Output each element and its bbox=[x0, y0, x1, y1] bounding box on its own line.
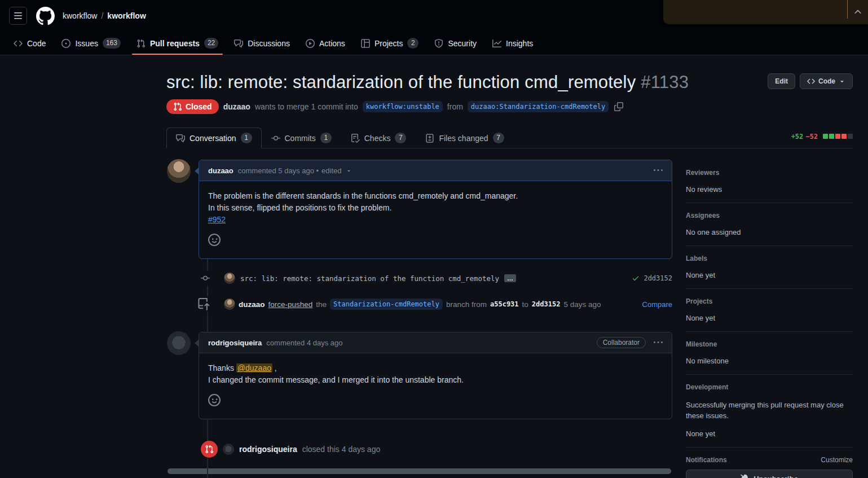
new-commit-sha-link[interactable]: 2dd3152 bbox=[532, 300, 561, 308]
kebab-menu-button[interactable] bbox=[654, 338, 663, 347]
comment-text-line: Thanks @duzaao , bbox=[208, 362, 663, 374]
nav-tab-label: Actions bbox=[319, 39, 345, 48]
nav-tab-projects[interactable]: Projects 2 bbox=[355, 32, 425, 55]
nav-tab-pull-requests[interactable]: Pull requests 22 bbox=[131, 32, 224, 55]
tab-conversation[interactable]: Conversation 1 bbox=[166, 128, 262, 148]
nav-tab-label: Security bbox=[448, 39, 477, 48]
section-title: Reviewers bbox=[686, 169, 853, 177]
repo-nav: Code Issues 163 Pull requests 22 Discuss… bbox=[0, 32, 868, 55]
issues-count-badge: 163 bbox=[103, 38, 121, 49]
section-title: Assignees bbox=[686, 212, 853, 220]
edited-label[interactable]: edited bbox=[321, 166, 341, 175]
check-icon[interactable] bbox=[632, 274, 640, 282]
merge-sentence: wants to merge 1 commit into bbox=[255, 102, 358, 111]
force-pushed-link[interactable]: force-pushed bbox=[268, 300, 313, 309]
breadcrumb-owner-link[interactable]: kworkflow bbox=[63, 11, 97, 20]
sidebar-section-milestone[interactable]: Milestone No milestone bbox=[686, 332, 853, 375]
diffstat-block-neutral bbox=[848, 134, 853, 139]
hamburger-menu-button[interactable] bbox=[9, 7, 27, 25]
commit-sha-link[interactable]: 2dd3152 bbox=[644, 274, 672, 282]
branch-label[interactable]: Standarization-cmdRemotely bbox=[330, 299, 443, 310]
avatar[interactable] bbox=[167, 331, 191, 355]
nav-tab-actions[interactable]: Actions bbox=[300, 32, 351, 55]
add-reaction-button[interactable] bbox=[208, 394, 221, 406]
section-value: No reviews bbox=[686, 185, 853, 194]
user-mention-link[interactable]: @duzaao bbox=[236, 363, 272, 372]
nav-tab-code[interactable]: Code bbox=[8, 32, 51, 55]
find-in-page-bar[interactable] bbox=[663, 0, 868, 24]
git-commit-icon bbox=[200, 271, 211, 286]
triangle-down-icon[interactable] bbox=[346, 168, 352, 174]
nav-tab-discussions[interactable]: Discussions bbox=[228, 32, 296, 55]
kebab-menu-button[interactable] bbox=[654, 166, 663, 175]
three-bars-icon bbox=[14, 11, 23, 20]
tab-files-changed[interactable]: Files changed 7 bbox=[416, 128, 513, 148]
push-author-link[interactable]: duzaao bbox=[239, 300, 265, 309]
customize-link[interactable]: Customize bbox=[821, 456, 853, 464]
section-title: Projects bbox=[686, 297, 853, 305]
nav-tab-label: Issues bbox=[75, 39, 98, 48]
section-value: None yet bbox=[686, 429, 853, 438]
comment-text-line: In this sense, flipped the positions to … bbox=[208, 202, 663, 214]
add-reaction-button[interactable] bbox=[208, 234, 221, 246]
nav-tab-label: Discussions bbox=[248, 39, 290, 48]
section-value: None yet bbox=[686, 271, 853, 279]
comment-meta: commented 4 days ago bbox=[266, 339, 342, 347]
code-dropdown-button[interactable]: Code bbox=[800, 73, 853, 89]
tab-commits[interactable]: Commits 1 bbox=[262, 128, 341, 148]
closer-author-link[interactable]: rodrigosiqueira bbox=[239, 445, 297, 454]
base-branch-label[interactable]: kworkflow:unstable bbox=[363, 101, 443, 112]
breadcrumb-repo-link[interactable]: kworkflow bbox=[107, 11, 146, 20]
nav-tab-label: Projects bbox=[374, 39, 403, 48]
pr-title-text: src: lib: remote: standarization of the … bbox=[166, 72, 636, 92]
deletions-count: −52 bbox=[805, 133, 818, 141]
additions-count: +52 bbox=[791, 133, 804, 141]
horizontal-scrollbar[interactable] bbox=[168, 468, 671, 474]
avatar[interactable] bbox=[223, 444, 234, 455]
sidebar-section-reviewers[interactable]: Reviewers No reviews bbox=[686, 159, 853, 203]
head-branch-label[interactable]: duzaao:Standarization-cmdRemotely bbox=[468, 101, 609, 112]
triangle-down-icon bbox=[839, 78, 845, 85]
nav-tab-label: Pull requests bbox=[150, 39, 200, 48]
tab-label: Commits bbox=[285, 134, 316, 143]
collaborator-badge: Collaborator bbox=[597, 337, 646, 348]
conversation-count-badge: 1 bbox=[241, 133, 252, 143]
nav-tab-issues[interactable]: Issues 163 bbox=[56, 32, 126, 55]
closed-event-text: closed this 4 days ago bbox=[302, 445, 381, 454]
tab-checks[interactable]: Checks 7 bbox=[341, 128, 416, 148]
github-logo-icon[interactable] bbox=[36, 7, 55, 25]
breadcrumb: kworkflow / kworkflow bbox=[63, 11, 146, 20]
avatar[interactable] bbox=[224, 273, 235, 284]
sidebar-section-assignees[interactable]: Assignees No one assigned bbox=[686, 203, 853, 246]
nav-tab-security[interactable]: Security bbox=[429, 32, 482, 55]
sidebar-section-projects[interactable]: Projects None yet bbox=[686, 289, 853, 332]
closed-pull-request-icon bbox=[201, 441, 218, 458]
comment-meta: commented 5 days ago • bbox=[238, 166, 319, 175]
pr-tabnav: Conversation 1 Commits 1 Checks 7 Files … bbox=[166, 128, 853, 148]
chevron-up-icon[interactable] bbox=[853, 7, 863, 17]
issue-link[interactable]: #952 bbox=[208, 215, 226, 224]
table-icon bbox=[361, 39, 370, 48]
pr-author-link[interactable]: duzaao bbox=[223, 102, 250, 111]
comment-text-line: The problem is the different standards i… bbox=[208, 190, 663, 202]
unsubscribe-button[interactable]: Unsubscribe bbox=[686, 470, 853, 478]
diffstat-block-del bbox=[835, 134, 840, 139]
avatar[interactable] bbox=[224, 299, 235, 310]
pr-number: #1133 bbox=[641, 72, 689, 92]
edit-button[interactable]: Edit bbox=[768, 73, 795, 89]
compare-link[interactable]: Compare bbox=[642, 300, 672, 309]
copy-branch-button[interactable] bbox=[614, 102, 623, 111]
comment-header: duzaao commented 5 days ago • edited bbox=[199, 160, 672, 181]
commit-expand-button[interactable]: … bbox=[504, 274, 516, 282]
comment-duzaao: duzaao commented 5 days ago • edited The… bbox=[199, 160, 672, 259]
commit-message-link[interactable]: src: lib: remote: standarization of the … bbox=[240, 274, 499, 283]
old-commit-sha-link[interactable]: a55c931 bbox=[490, 300, 519, 308]
avatar[interactable] bbox=[167, 159, 191, 183]
event-timestamp: 5 days ago bbox=[563, 300, 601, 309]
sidebar-section-labels[interactable]: Labels None yet bbox=[686, 246, 853, 289]
comment-author-link[interactable]: duzaao bbox=[208, 166, 233, 175]
comment-author-link[interactable]: rodrigosiqueira bbox=[208, 339, 262, 347]
nav-tab-insights[interactable]: Insights bbox=[487, 32, 539, 55]
comment-text-line: I changed the commit message, and I merg… bbox=[208, 374, 663, 386]
repo-push-icon bbox=[197, 296, 210, 312]
